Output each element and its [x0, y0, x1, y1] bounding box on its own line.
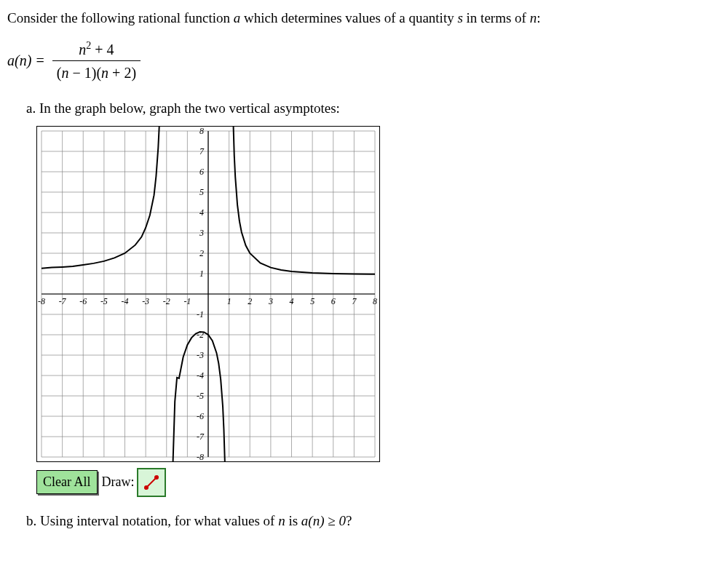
svg-text:1: 1: [227, 296, 232, 306]
svg-text:8: 8: [373, 296, 377, 306]
svg-text:2: 2: [248, 296, 252, 306]
svg-text:-2: -2: [163, 296, 170, 306]
svg-text:-7: -7: [59, 296, 67, 306]
denominator: (n − 1)(n + 2): [52, 61, 141, 83]
svg-text:2: 2: [199, 248, 204, 258]
svg-text:6: 6: [199, 167, 204, 177]
svg-text:-6: -6: [197, 411, 204, 421]
graph-toolbar: Clear All Draw:: [36, 468, 721, 497]
part-a-label: a.: [26, 100, 39, 116]
svg-text:4: 4: [199, 207, 204, 218]
svg-text:-5: -5: [197, 391, 204, 401]
svg-text:8: 8: [199, 126, 204, 136]
svg-point-70: [154, 475, 159, 480]
svg-text:5: 5: [310, 296, 314, 306]
function-definition: a(n) = n2 + 4 (n − 1)(n + 2): [7, 39, 721, 84]
numerator: n2 + 4: [52, 39, 141, 62]
problem-intro: Consider the following rational function…: [7, 9, 721, 28]
intro-var-a: a: [234, 10, 241, 25]
draw-label: Draw:: [102, 473, 135, 491]
svg-text:4: 4: [290, 296, 294, 306]
line-tool-icon: [141, 472, 162, 493]
svg-text:5: 5: [199, 187, 204, 197]
part-b-fn: a(n) ≥ 0: [301, 513, 346, 528]
part-b-var: n: [278, 513, 285, 528]
svg-text:3: 3: [199, 228, 204, 238]
svg-text:-7: -7: [197, 432, 205, 442]
svg-text:-5: -5: [100, 296, 108, 306]
part-a-text: In the graph below, graph the two vertic…: [39, 100, 340, 116]
intro-mid2: in terms of: [463, 10, 530, 25]
svg-text:-6: -6: [79, 296, 87, 306]
part-b-label: b.: [26, 513, 40, 528]
part-b-prefix: Using interval notation, for what values…: [40, 513, 278, 528]
graph-plot[interactable]: -8-7-6-5-4-3-2-112345678-8-7-6-5-4-3-2-1…: [36, 126, 380, 462]
svg-text:7: 7: [199, 146, 205, 156]
svg-text:-8: -8: [38, 296, 45, 306]
part-b-suffix: ?: [346, 513, 352, 528]
intro-prefix: Consider the following rational function: [7, 10, 234, 25]
graph-container: -8-7-6-5-4-3-2-112345678-8-7-6-5-4-3-2-1…: [36, 126, 721, 462]
part-b-mid: is: [285, 513, 301, 528]
intro-mid: which determines values of a quantity: [240, 10, 457, 25]
svg-text:7: 7: [352, 296, 357, 306]
fraction: n2 + 4 (n − 1)(n + 2): [52, 39, 141, 84]
svg-text:-3: -3: [142, 296, 149, 306]
svg-text:-1: -1: [197, 309, 204, 319]
svg-text:-3: -3: [197, 350, 204, 360]
function-left: a(n) =: [7, 50, 45, 71]
svg-text:1: 1: [199, 269, 204, 279]
svg-text:3: 3: [268, 296, 273, 306]
line-tool-button[interactable]: [137, 468, 166, 497]
part-b: b. Using interval notation, for what val…: [26, 512, 721, 531]
svg-text:-1: -1: [183, 296, 191, 306]
clear-all-button[interactable]: Clear All: [36, 470, 98, 494]
svg-text:-4: -4: [197, 370, 204, 381]
intro-var-s: s: [457, 10, 462, 25]
intro-suffix: :: [537, 10, 540, 25]
svg-text:-8: -8: [197, 452, 204, 462]
svg-text:6: 6: [331, 296, 336, 306]
svg-text:-4: -4: [122, 296, 129, 306]
part-a: a. In the graph below, graph the two ver…: [26, 99, 721, 119]
intro-var-n: n: [530, 10, 537, 25]
svg-point-69: [144, 485, 149, 490]
